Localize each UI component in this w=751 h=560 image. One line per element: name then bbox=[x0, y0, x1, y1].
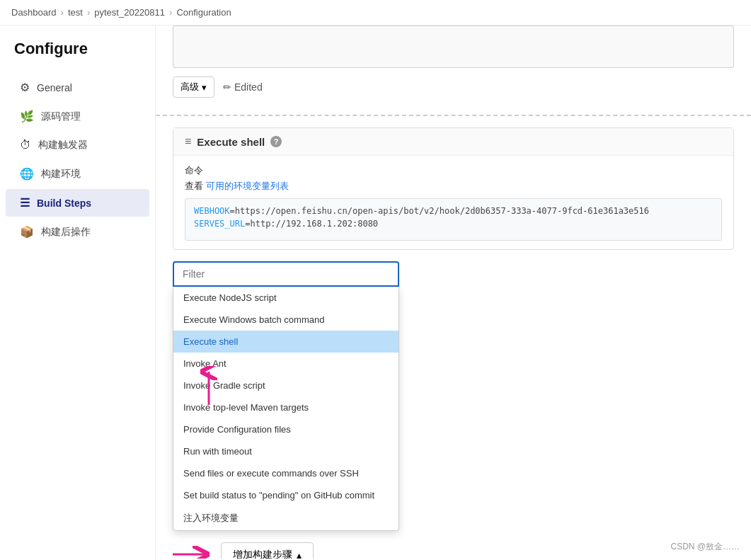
arrow-right-annotation bbox=[173, 544, 215, 559]
code-line-2: SERVES_URL=http://192.168.1.202:8080 bbox=[194, 219, 713, 229]
add-step-button[interactable]: 增加构建步骤 ▴ bbox=[221, 542, 314, 559]
sidebar-label-environment: 构建环境 bbox=[41, 168, 81, 181]
top-box bbox=[173, 25, 734, 68]
dropdown-item-invoke-gradle[interactable]: Invoke Gradle script bbox=[173, 375, 399, 396]
chevron-down-icon: ▾ bbox=[202, 82, 207, 93]
clock-icon: ⏱ bbox=[20, 139, 31, 152]
env-link-row: 查看 可用的环境变量列表 bbox=[185, 180, 722, 193]
advanced-button[interactable]: 高级 ▾ bbox=[173, 76, 214, 98]
breadcrumb-item-project[interactable]: pytest_20220811 bbox=[94, 7, 165, 18]
add-step-row: 增加构建步骤 ▴ bbox=[173, 542, 314, 559]
dropdown-item-set-build-status[interactable]: Set build status to "pending" on GitHub … bbox=[173, 484, 399, 506]
top-partial-section: 高级 ▾ ✏ Edited bbox=[156, 25, 751, 116]
breadcrumb-sep-1: › bbox=[61, 7, 64, 18]
breadcrumb-item-test[interactable]: test bbox=[68, 7, 83, 18]
breadcrumb: Dashboard › test › pytest_20220811 › Con… bbox=[0, 0, 751, 25]
advanced-label: 高级 bbox=[180, 81, 199, 93]
cmd-label: 命令 bbox=[185, 164, 722, 177]
edit-icon: ✏ bbox=[223, 81, 231, 93]
sidebar-item-post-build[interactable]: 📦 构建后操作 bbox=[6, 218, 149, 246]
main-content: 高级 ▾ ✏ Edited ≡ Execute shell ? 命令 查看 可用… bbox=[156, 25, 751, 559]
dropdown-item-invoke-maven[interactable]: Invoke top-level Maven targets bbox=[173, 396, 399, 418]
gear-icon: ⚙ bbox=[20, 81, 30, 94]
sidebar-label-build-steps: Build Steps bbox=[37, 198, 91, 209]
sidebar-label-triggers: 构建触发器 bbox=[38, 139, 88, 152]
sidebar-label-general: General bbox=[37, 82, 72, 93]
sidebar-item-source[interactable]: 🌿 源码管理 bbox=[6, 103, 149, 130]
section-header: ≡ Execute shell ? bbox=[173, 128, 733, 156]
sidebar-item-triggers[interactable]: ⏱ 构建触发器 bbox=[6, 132, 149, 159]
bottom-bar: 增加构建步骤 ▴ bbox=[156, 531, 751, 559]
breadcrumb-sep-2: › bbox=[87, 7, 90, 18]
add-step-label: 增加构建步骤 bbox=[233, 549, 292, 559]
advanced-bar: 高级 ▾ ✏ Edited bbox=[173, 68, 734, 103]
sidebar-item-general[interactable]: ⚙ General bbox=[6, 74, 149, 101]
env-variables-link[interactable]: 可用的环境变量列表 bbox=[206, 181, 289, 191]
dropdown-item-send-files[interactable]: Send files or execute commands over SSH bbox=[173, 462, 399, 484]
watermark: CSDN @敖金…… bbox=[670, 541, 740, 553]
filter-input[interactable] bbox=[173, 261, 399, 287]
edited-label: ✏ Edited bbox=[223, 81, 263, 93]
help-icon[interactable]: ? bbox=[270, 136, 282, 147]
section-title: Execute shell bbox=[197, 136, 265, 148]
breadcrumb-item-config: Configuration bbox=[176, 7, 231, 18]
breadcrumb-item-dashboard[interactable]: Dashboard bbox=[11, 7, 57, 18]
section-body: 命令 查看 可用的环境变量列表 WEBHOOK=https://open.fei… bbox=[173, 156, 733, 249]
chevron-up-icon: ▴ bbox=[297, 549, 302, 559]
code-key-serves: SERVES_URL bbox=[194, 219, 245, 229]
dropdown-item-inject-env[interactable]: 注入环境变量 bbox=[173, 506, 399, 530]
breadcrumb-sep-3: › bbox=[169, 7, 172, 18]
branch-icon: 🌿 bbox=[20, 110, 34, 123]
dropdown-item-nodejs[interactable]: Execute NodeJS script bbox=[173, 287, 399, 309]
dropdown-list: Execute NodeJS script Execute Windows ba… bbox=[173, 287, 399, 531]
sidebar-item-build-steps[interactable]: ☰ Build Steps bbox=[6, 189, 149, 217]
list-icon: ☰ bbox=[20, 196, 30, 210]
dropdown-item-provide-config[interactable]: Provide Configuration files bbox=[173, 418, 399, 440]
dropdown-item-windows-batch[interactable]: Execute Windows batch command bbox=[173, 309, 399, 331]
code-area: WEBHOOK=https://open.feishu.cn/open-apis… bbox=[185, 198, 722, 241]
sidebar-label-source: 源码管理 bbox=[41, 110, 81, 123]
menu-icon: ≡ bbox=[185, 135, 191, 148]
code-line-1: WEBHOOK=https://open.feishu.cn/open-apis… bbox=[194, 206, 713, 216]
dropdown-container: Execute NodeJS script Execute Windows ba… bbox=[173, 261, 734, 531]
edited-text: Edited bbox=[234, 81, 263, 93]
sidebar-label-post-build: 构建后操作 bbox=[41, 226, 91, 239]
sidebar-title: Configure bbox=[0, 40, 155, 72]
sidebar: Configure ⚙ General 🌿 源码管理 ⏱ 构建触发器 🌐 构建环… bbox=[0, 25, 156, 559]
dropdown-item-shell[interactable]: Execute shell bbox=[173, 331, 399, 353]
execute-shell-section: ≡ Execute shell ? 命令 查看 可用的环境变量列表 WEBHOO… bbox=[173, 127, 734, 250]
package-icon: 📦 bbox=[20, 225, 34, 239]
sidebar-item-environment[interactable]: 🌐 构建环境 bbox=[6, 160, 149, 188]
code-key-webhook: WEBHOOK bbox=[194, 206, 230, 216]
dropdown-item-invoke-ant[interactable]: Invoke Ant bbox=[173, 353, 399, 375]
globe-icon: 🌐 bbox=[20, 167, 34, 181]
env-prefix: 查看 bbox=[185, 181, 206, 191]
dropdown-item-run-timeout[interactable]: Run with timeout bbox=[173, 440, 399, 462]
